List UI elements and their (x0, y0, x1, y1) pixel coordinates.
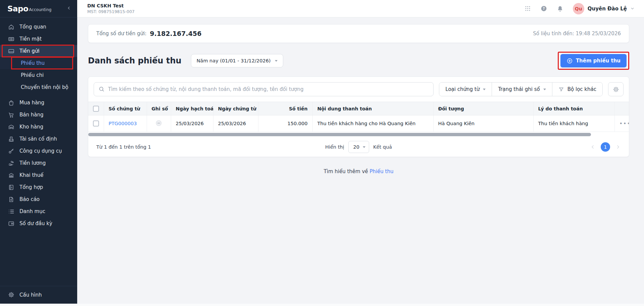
other-filters-button[interactable]: Bộ lọc khác (552, 83, 602, 96)
sidebar-item-cong-cu-dung-cu[interactable]: Công cụ dụng cụ (0, 145, 77, 157)
learn-more-text: Tìm hiểu thêm về (324, 168, 368, 174)
heading-row: Danh sách phiếu thu Năm nay (01/01 - 31/… (88, 52, 629, 70)
list-icon (8, 208, 14, 215)
select-all-checkbox[interactable] (93, 106, 99, 112)
sidebar-subitem-label: Phiếu chi (21, 72, 44, 78)
document-link[interactable]: PTG000003 (109, 121, 137, 126)
col-header-partner: Đối tượng (433, 102, 533, 115)
receipts-table-card: Loại chứng từ Trạng thái ghi sổ Bộ lọc k… (88, 76, 629, 157)
sidebar-item-tien-gui[interactable]: Tiền gửi (0, 45, 77, 57)
add-receipt-label: Thêm phiếu thu (576, 58, 621, 64)
sidebar-item-cau-hinh[interactable]: Cấu hình (0, 286, 77, 303)
sidebar-item-label: Công cụ dụng cụ (19, 148, 62, 154)
learn-more-note: Tìm hiểu thêm về Phiếu thu (88, 168, 629, 174)
receipts-table: Số chứng từ Ghi sổ Ngày hạch toán Ngày c… (88, 102, 629, 132)
sidebar: Sapo Accounting Tổng quan Tiền mặt Tiền … (0, 0, 77, 306)
date-range-dropdown[interactable]: Năm nay (01/01 - 31/12/2026) (191, 54, 283, 67)
sidebar-item-label: Báo cáo (19, 196, 40, 202)
col-header-document-no: Số chứng từ (104, 102, 147, 115)
page-size-select[interactable]: 20 (348, 141, 369, 153)
sidebar-item-label: Cấu hình (19, 292, 42, 298)
sidebar-item-label: Khai thuế (19, 172, 44, 178)
apps-grid-icon[interactable] (525, 5, 531, 12)
next-page-icon[interactable] (615, 144, 621, 150)
table-row[interactable]: PTG000003 25/03/2026 25/03/2026 150.000 … (88, 115, 629, 132)
app-window: Sapo Accounting Tổng quan Tiền mặt Tiền … (0, 0, 644, 306)
posted-status-filter-label: Trạng thái ghi sổ (498, 86, 540, 92)
sidebar-item-mua-hang[interactable]: Mua hàng (0, 97, 77, 109)
help-icon[interactable]: ? (540, 5, 547, 12)
building-icon (8, 136, 14, 142)
posted-status-filter[interactable]: Trạng thái ghi sổ (492, 83, 552, 96)
add-receipt-button[interactable]: Thêm phiếu thu (560, 54, 627, 67)
sidebar-item-label: Số dư đầu kỳ (19, 220, 52, 226)
sidebar-item-khai-thue[interactable]: Khai thuế (0, 169, 77, 181)
nav-group-gap (0, 93, 77, 97)
sidebar-item-label: Kho hàng (19, 124, 43, 130)
sidebar-item-tong-quan[interactable]: Tổng quan (0, 21, 77, 33)
sidebar-item-danh-muc[interactable]: Danh mục (0, 205, 77, 217)
chevron-down-icon (483, 89, 486, 90)
search-input[interactable] (94, 82, 434, 96)
col-header-posted: Ghi sổ (147, 102, 171, 115)
chevron-down-icon (275, 60, 278, 62)
sidebar-item-label: Bán hàng (19, 112, 43, 118)
sidebar-item-tong-hop[interactable]: $ Tổng hợp (0, 181, 77, 193)
posting-date-cell: 25/03/2026 (171, 115, 213, 132)
col-header-document-date: Ngày chứng từ (213, 102, 258, 115)
sidebar-subitem-phieu-chi[interactable]: Phiếu chi (0, 69, 77, 81)
sidebar-nav: Tổng quan Tiền mặt Tiền gửi Phiếu thu Ph… (0, 17, 77, 230)
sidebar-item-label: Mua hàng (19, 100, 44, 106)
sidebar-item-label: Tiền mặt (19, 36, 42, 42)
ledger-icon: $ (8, 184, 14, 191)
balance-value: 9.182.167.456 (150, 30, 202, 37)
salary-icon (8, 160, 14, 166)
sidebar-item-tien-mat[interactable]: Tiền mặt (0, 33, 77, 45)
sidebar-item-bao-cao[interactable]: Báo cáo (0, 193, 77, 205)
gear-icon (613, 86, 619, 93)
company-name: DN CSKH Test (87, 3, 135, 8)
chevron-down-icon (543, 89, 546, 90)
topbar: DN CSKH Test MST: 0987519815-007 ? Qu Qu… (77, 0, 644, 17)
sidebar-item-tien-luong[interactable]: Tiền lương (0, 157, 77, 169)
page-number-button[interactable]: 1 (601, 142, 610, 152)
filter-group: Loại chứng từ Trạng thái ghi sổ Bộ lọc k… (439, 82, 603, 96)
prev-page-icon[interactable] (590, 144, 595, 150)
table-settings-button[interactable] (608, 82, 624, 96)
notification-bell-icon[interactable] (557, 5, 563, 12)
posted-status-cell (147, 115, 171, 132)
sidebar-subitem-label: Phiếu thu (21, 60, 45, 66)
bank-icon (8, 172, 14, 178)
col-header-amount: Số tiền (258, 102, 312, 115)
select-all-cell (88, 102, 104, 115)
date-range-value: Năm nay (01/01 - 31/12/2026) (197, 58, 271, 63)
table-toolbar: Loại chứng từ Trạng thái ghi sổ Bộ lọc k… (88, 77, 629, 96)
sidebar-item-label: Tổng quan (19, 24, 46, 30)
sidebar-collapse-icon[interactable] (66, 6, 71, 12)
page-size-value: 20 (353, 144, 359, 150)
row-checkbox[interactable] (93, 120, 99, 126)
sidebar-item-ban-hang[interactable]: Bán hàng (0, 109, 77, 121)
funnel-icon (558, 87, 564, 92)
sidebar-item-so-du-dau-ky[interactable]: Số dư đầu kỳ (0, 217, 77, 230)
bank-card-icon (8, 48, 14, 54)
learn-more-link[interactable]: Phiếu thu (369, 168, 393, 174)
content: Tổng số dư tiền gửi: 9.182.167.456 Số li… (77, 17, 644, 174)
report-icon (8, 196, 14, 203)
tool-icon (8, 148, 14, 154)
doc-type-filter[interactable]: Loại chứng từ (439, 83, 492, 96)
sidebar-item-kho-hang[interactable]: Kho hàng (0, 121, 77, 133)
sidebar-subitem-chuyen-tien-noi-bo[interactable]: Chuyển tiền nội bộ (0, 81, 77, 93)
gear-icon (8, 292, 14, 298)
chevron-down-icon (363, 146, 365, 148)
sidebar-item-tai-san-co-dinh[interactable]: Tài sản cố định (0, 133, 77, 145)
data-as-of: Số liệu tính đến: 19:48 25/03/2026 (533, 31, 621, 37)
home-icon (8, 24, 14, 30)
user-menu[interactable]: Qu Quyên Đào Lệ (573, 3, 635, 14)
not-posted-icon (155, 119, 162, 127)
other-filters-label: Bộ lọc khác (567, 86, 596, 92)
horizontal-scrollbar-thumb[interactable] (88, 133, 591, 136)
partner-cell: Hà Quang Kiên (433, 115, 533, 132)
row-actions-icon[interactable]: ••• (614, 115, 629, 132)
sidebar-subitem-phieu-thu[interactable]: Phiếu thu (0, 57, 77, 69)
